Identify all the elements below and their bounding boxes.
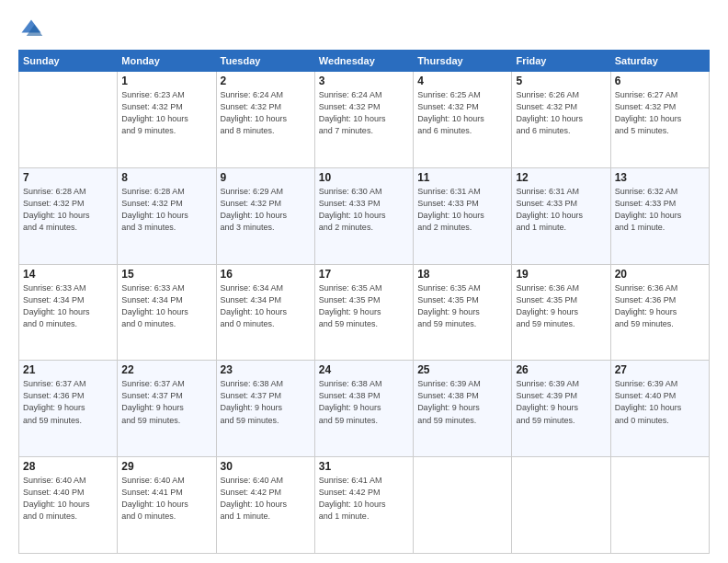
- cell-info: Sunrise: 6:40 AMSunset: 4:40 PMDaylight:…: [23, 475, 113, 523]
- cell-info: Sunrise: 6:24 AMSunset: 4:32 PMDaylight:…: [221, 89, 311, 137]
- calendar-cell: 10Sunrise: 6:30 AMSunset: 4:33 PMDayligh…: [314, 167, 413, 264]
- day-number: 9: [221, 171, 311, 184]
- calendar-week-3: 14Sunrise: 6:33 AMSunset: 4:34 PMDayligh…: [19, 264, 710, 361]
- calendar-cell: 22Sunrise: 6:37 AMSunset: 4:37 PMDayligh…: [118, 361, 216, 457]
- day-number: 18: [417, 268, 507, 281]
- calendar-cell: 15Sunrise: 6:33 AMSunset: 4:34 PMDayligh…: [118, 264, 216, 361]
- cell-info: Sunrise: 6:39 AMSunset: 4:39 PMDaylight:…: [516, 378, 606, 426]
- day-number: 2: [221, 75, 311, 87]
- day-number: 13: [615, 171, 705, 184]
- calendar-cell: [512, 457, 610, 554]
- cell-info: Sunrise: 6:33 AMSunset: 4:34 PMDaylight:…: [121, 282, 211, 330]
- cell-info: Sunrise: 6:40 AMSunset: 4:42 PMDaylight:…: [221, 475, 311, 523]
- cell-info: Sunrise: 6:25 AMSunset: 4:32 PMDaylight:…: [417, 89, 507, 137]
- calendar-cell: 28Sunrise: 6:40 AMSunset: 4:40 PMDayligh…: [19, 457, 118, 554]
- calendar-dow-saturday: Saturday: [610, 51, 709, 72]
- cell-info: Sunrise: 6:34 AMSunset: 4:34 PMDaylight:…: [221, 282, 311, 330]
- day-number: 23: [221, 363, 311, 376]
- calendar-cell: 27Sunrise: 6:39 AMSunset: 4:40 PMDayligh…: [610, 361, 709, 457]
- calendar-cell: 23Sunrise: 6:38 AMSunset: 4:37 PMDayligh…: [216, 361, 314, 457]
- cell-info: Sunrise: 6:36 AMSunset: 4:36 PMDaylight:…: [615, 282, 705, 330]
- calendar-cell: 1Sunrise: 6:23 AMSunset: 4:32 PMDaylight…: [118, 72, 216, 168]
- day-number: 14: [23, 268, 113, 281]
- day-number: 5: [516, 75, 606, 87]
- calendar-cell: 17Sunrise: 6:35 AMSunset: 4:35 PMDayligh…: [314, 264, 413, 361]
- calendar-cell: 18Sunrise: 6:35 AMSunset: 4:35 PMDayligh…: [414, 264, 512, 361]
- header: [18, 17, 710, 42]
- logo: [18, 17, 48, 42]
- day-number: 28: [23, 460, 113, 473]
- day-number: 16: [221, 268, 311, 281]
- day-number: 4: [417, 75, 507, 87]
- calendar-cell: 26Sunrise: 6:39 AMSunset: 4:39 PMDayligh…: [512, 361, 610, 457]
- day-number: 15: [121, 268, 211, 281]
- calendar-cell: 19Sunrise: 6:36 AMSunset: 4:35 PMDayligh…: [512, 264, 610, 361]
- calendar-cell: 16Sunrise: 6:34 AMSunset: 4:34 PMDayligh…: [216, 264, 314, 361]
- day-number: 10: [319, 171, 409, 184]
- calendar-header-row: SundayMondayTuesdayWednesdayThursdayFrid…: [19, 51, 710, 72]
- calendar-cell: 29Sunrise: 6:40 AMSunset: 4:41 PMDayligh…: [118, 457, 216, 554]
- day-number: 30: [221, 460, 311, 473]
- day-number: 26: [516, 363, 606, 376]
- day-number: 25: [417, 363, 507, 376]
- calendar-cell: 31Sunrise: 6:41 AMSunset: 4:42 PMDayligh…: [314, 457, 413, 554]
- calendar-cell: 3Sunrise: 6:24 AMSunset: 4:32 PMDaylight…: [314, 72, 413, 168]
- day-number: 3: [319, 75, 409, 87]
- calendar-cell: 25Sunrise: 6:39 AMSunset: 4:38 PMDayligh…: [414, 361, 512, 457]
- day-number: 31: [319, 460, 409, 473]
- calendar-week-1: 1Sunrise: 6:23 AMSunset: 4:32 PMDaylight…: [19, 72, 710, 168]
- calendar-cell: 11Sunrise: 6:31 AMSunset: 4:33 PMDayligh…: [414, 167, 512, 264]
- cell-info: Sunrise: 6:31 AMSunset: 4:33 PMDaylight:…: [417, 186, 507, 234]
- cell-info: Sunrise: 6:32 AMSunset: 4:33 PMDaylight:…: [615, 186, 705, 234]
- calendar-cell: [414, 457, 512, 554]
- cell-info: Sunrise: 6:28 AMSunset: 4:32 PMDaylight:…: [121, 186, 211, 234]
- cell-info: Sunrise: 6:37 AMSunset: 4:36 PMDaylight:…: [23, 378, 113, 426]
- cell-info: Sunrise: 6:36 AMSunset: 4:35 PMDaylight:…: [516, 282, 606, 330]
- day-number: 1: [121, 75, 211, 87]
- day-number: 11: [417, 171, 507, 184]
- day-number: 19: [516, 268, 606, 281]
- calendar-cell: 12Sunrise: 6:31 AMSunset: 4:33 PMDayligh…: [512, 167, 610, 264]
- cell-info: Sunrise: 6:24 AMSunset: 4:32 PMDaylight:…: [319, 89, 409, 137]
- calendar-cell: 24Sunrise: 6:38 AMSunset: 4:38 PMDayligh…: [314, 361, 413, 457]
- calendar-cell: 7Sunrise: 6:28 AMSunset: 4:32 PMDaylight…: [19, 167, 118, 264]
- cell-info: Sunrise: 6:31 AMSunset: 4:33 PMDaylight:…: [516, 186, 606, 234]
- logo-icon: [18, 17, 44, 42]
- cell-info: Sunrise: 6:33 AMSunset: 4:34 PMDaylight:…: [23, 282, 113, 330]
- calendar-cell: 5Sunrise: 6:26 AMSunset: 4:32 PMDaylight…: [512, 72, 610, 168]
- calendar-table: SundayMondayTuesdayWednesdayThursdayFrid…: [18, 50, 710, 554]
- cell-info: Sunrise: 6:29 AMSunset: 4:32 PMDaylight:…: [221, 186, 311, 234]
- calendar-cell: 21Sunrise: 6:37 AMSunset: 4:36 PMDayligh…: [19, 361, 118, 457]
- day-number: 12: [516, 171, 606, 184]
- day-number: 6: [615, 75, 705, 87]
- page: SundayMondayTuesdayWednesdayThursdayFrid…: [0, 0, 728, 563]
- calendar-dow-sunday: Sunday: [19, 51, 118, 72]
- calendar-week-5: 28Sunrise: 6:40 AMSunset: 4:40 PMDayligh…: [19, 457, 710, 554]
- day-number: 29: [121, 460, 211, 473]
- calendar-dow-monday: Monday: [118, 51, 216, 72]
- day-number: 8: [121, 171, 211, 184]
- day-number: 21: [23, 363, 113, 376]
- day-number: 24: [319, 363, 409, 376]
- calendar-cell: 6Sunrise: 6:27 AMSunset: 4:32 PMDaylight…: [610, 72, 709, 168]
- calendar-cell: 30Sunrise: 6:40 AMSunset: 4:42 PMDayligh…: [216, 457, 314, 554]
- day-number: 27: [615, 363, 705, 376]
- day-number: 20: [615, 268, 705, 281]
- calendar-cell: 14Sunrise: 6:33 AMSunset: 4:34 PMDayligh…: [19, 264, 118, 361]
- calendar-dow-wednesday: Wednesday: [314, 51, 413, 72]
- calendar-cell: [610, 457, 709, 554]
- cell-info: Sunrise: 6:27 AMSunset: 4:32 PMDaylight:…: [615, 89, 705, 137]
- calendar-cell: 20Sunrise: 6:36 AMSunset: 4:36 PMDayligh…: [610, 264, 709, 361]
- calendar-dow-friday: Friday: [512, 51, 610, 72]
- cell-info: Sunrise: 6:30 AMSunset: 4:33 PMDaylight:…: [319, 186, 409, 234]
- calendar-cell: 2Sunrise: 6:24 AMSunset: 4:32 PMDaylight…: [216, 72, 314, 168]
- cell-info: Sunrise: 6:23 AMSunset: 4:32 PMDaylight:…: [121, 89, 211, 137]
- cell-info: Sunrise: 6:38 AMSunset: 4:38 PMDaylight:…: [319, 378, 409, 426]
- calendar-cell: [19, 72, 118, 168]
- cell-info: Sunrise: 6:35 AMSunset: 4:35 PMDaylight:…: [417, 282, 507, 330]
- cell-info: Sunrise: 6:41 AMSunset: 4:42 PMDaylight:…: [319, 475, 409, 523]
- day-number: 7: [23, 171, 113, 184]
- cell-info: Sunrise: 6:37 AMSunset: 4:37 PMDaylight:…: [121, 378, 211, 426]
- calendar-dow-tuesday: Tuesday: [216, 51, 314, 72]
- cell-info: Sunrise: 6:28 AMSunset: 4:32 PMDaylight:…: [23, 186, 113, 234]
